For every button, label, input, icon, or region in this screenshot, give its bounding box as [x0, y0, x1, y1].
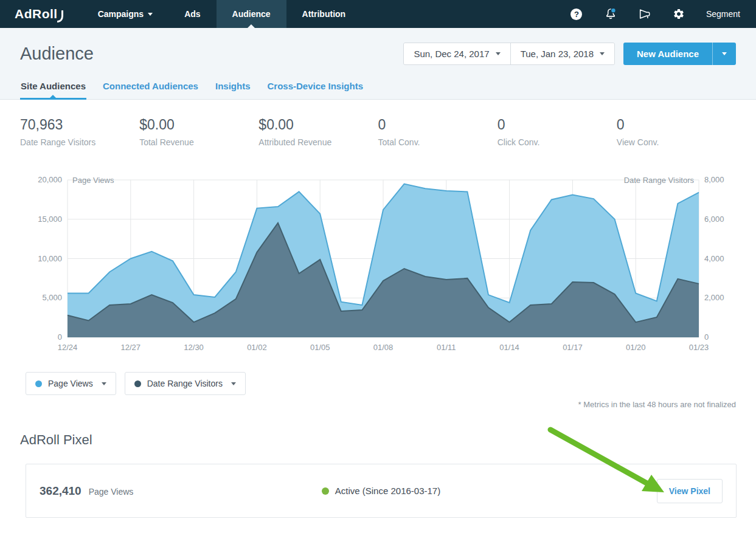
nav-item-audience[interactable]: Audience	[217, 0, 286, 28]
stat-label: Total Conv.	[378, 137, 498, 147]
start-date-value: Sun, Dec 24, 2017	[414, 49, 489, 59]
tab-insights[interactable]: Insights	[215, 76, 251, 99]
end-date-button[interactable]: Tue, Jan 23, 2018	[511, 43, 614, 64]
nav-menu: Campaigns Ads Audience Attribution	[82, 0, 361, 28]
header-controls: Sun, Dec 24, 2017 Tue, Jan 23, 2018 New …	[403, 43, 736, 65]
stat-view-conv: 0 View Conv.	[617, 117, 736, 147]
start-date-button[interactable]: Sun, Dec 24, 2017	[404, 43, 510, 64]
svg-text:8,000: 8,000	[704, 175, 724, 184]
pixel-page-views-label: Page Views	[89, 487, 134, 497]
nav-item-label: Ads	[184, 9, 200, 19]
stat-value: $0.00	[139, 117, 258, 133]
tab-site-audiences[interactable]: Site Audiences	[20, 76, 86, 99]
page-title: Audience	[20, 44, 94, 64]
traffic-chart-section: 005,0002,00010,0004,00015,0006,00020,000…	[23, 173, 734, 357]
nav-item-label: Attribution	[302, 9, 346, 19]
new-audience-split-button: New Audience	[623, 43, 736, 65]
chevron-down-icon	[722, 52, 727, 55]
stat-date-range-visitors: 70,963 Date Range Visitors	[20, 117, 139, 147]
svg-text:01/11: 01/11	[437, 343, 456, 352]
nav-item-campaigns[interactable]: Campaigns	[82, 0, 168, 28]
adroll-logo-swoosh-icon	[57, 10, 64, 23]
stat-value: $0.00	[258, 117, 378, 133]
nav-item-label: Audience	[232, 9, 271, 19]
stat-total-conv: 0 Total Conv.	[378, 117, 498, 147]
svg-text:2,000: 2,000	[704, 293, 724, 302]
svg-text:20,000: 20,000	[38, 175, 62, 184]
navbar-right: ? Segment	[570, 0, 756, 28]
legend-date-range-visitors-dropdown[interactable]: Date Range Visitors	[125, 372, 246, 395]
svg-text:Date Range Visitors: Date Range Visitors	[624, 176, 695, 185]
status-text: Active (Since 2016-03-17)	[335, 486, 440, 496]
chevron-down-icon	[148, 13, 153, 16]
svg-text:12/27: 12/27	[121, 343, 141, 352]
megaphone-icon[interactable]	[638, 7, 651, 21]
svg-text:15,000: 15,000	[38, 215, 62, 224]
pixel-card: 362,410 Page Views Active (Since 2016-03…	[26, 464, 737, 518]
stat-label: Attributed Revenue	[258, 137, 378, 147]
svg-text:12/30: 12/30	[184, 343, 204, 352]
stat-value: 0	[617, 117, 736, 133]
stat-label: Click Conv.	[498, 137, 617, 147]
legend-page-views-dropdown[interactable]: Page Views	[26, 372, 116, 395]
chevron-down-icon	[231, 382, 236, 385]
pixel-status: Active (Since 2016-03-17)	[267, 486, 494, 496]
stat-label: Total Revenue	[139, 137, 258, 147]
chevron-down-icon	[600, 52, 605, 55]
new-audience-button[interactable]: New Audience	[623, 43, 712, 65]
svg-text:01/02: 01/02	[247, 343, 267, 352]
stat-label: Date Range Visitors	[20, 137, 139, 147]
svg-text:01/08: 01/08	[373, 343, 394, 352]
tab-cross-device-insights[interactable]: Cross-Device Insights	[266, 76, 364, 99]
chevron-down-icon	[496, 52, 501, 55]
tab-connected-audiences[interactable]: Connected Audiences	[102, 76, 199, 99]
svg-text:0: 0	[704, 332, 709, 342]
adroll-dashboard: AdRoll Campaigns Ads Audience Attributio…	[0, 0, 756, 547]
legend-label: Page Views	[48, 379, 93, 388]
help-icon[interactable]: ?	[570, 7, 583, 21]
top-navbar: AdRoll Campaigns Ads Audience Attributio…	[0, 0, 756, 28]
chart-legend: Page Views Date Range Visitors	[26, 372, 736, 395]
adroll-logo[interactable]: AdRoll	[0, 0, 82, 28]
page-views-series-dot	[35, 380, 42, 387]
pixel-section-title: AdRoll Pixel	[20, 432, 736, 448]
page-header: Audience Sun, Dec 24, 2017 Tue, Jan 23, …	[0, 28, 756, 100]
svg-text:0: 0	[58, 332, 62, 342]
account-name[interactable]: Segment	[706, 9, 740, 19]
stat-value: 0	[498, 117, 617, 133]
adroll-logo-text: AdRoll	[15, 7, 58, 21]
svg-text:Page Views: Page Views	[72, 176, 114, 185]
stat-label: View Conv.	[617, 137, 736, 147]
stat-value: 70,963	[20, 117, 139, 133]
audience-tabs: Site Audiences Connected Audiences Insig…	[20, 76, 736, 99]
date-range-picker: Sun, Dec 24, 2017 Tue, Jan 23, 2018	[403, 43, 615, 65]
end-date-value: Tue, Jan 23, 2018	[521, 49, 594, 59]
nav-item-label: Campaigns	[98, 9, 144, 19]
svg-text:01/23: 01/23	[689, 343, 709, 352]
gear-icon[interactable]	[672, 7, 685, 21]
traffic-area-chart: 005,0002,00010,0004,00015,0006,00020,000…	[23, 173, 734, 355]
chevron-down-icon	[102, 382, 106, 385]
view-pixel-button[interactable]: View Pixel	[657, 479, 723, 503]
svg-text:10,000: 10,000	[38, 254, 62, 263]
svg-text:01/20: 01/20	[626, 343, 646, 352]
bell-icon[interactable]	[604, 7, 617, 21]
svg-text:01/14: 01/14	[499, 343, 519, 352]
svg-text:5,000: 5,000	[42, 293, 62, 302]
stat-total-revenue: $0.00 Total Revenue	[139, 117, 258, 147]
stat-click-conv: 0 Click Conv.	[498, 117, 617, 147]
new-audience-caret-button[interactable]	[712, 43, 736, 65]
visitors-series-dot	[134, 380, 141, 387]
pixel-page-views: 362,410 Page Views	[40, 484, 267, 498]
nav-item-attribution[interactable]: Attribution	[286, 0, 362, 28]
nav-item-ads[interactable]: Ads	[168, 0, 216, 28]
summary-stats: 70,963 Date Range Visitors $0.00 Total R…	[0, 100, 756, 152]
svg-text:01/05: 01/05	[310, 343, 330, 352]
metrics-footnote: * Metrics in the last 48 hours are not f…	[20, 400, 736, 409]
svg-text:6,000: 6,000	[704, 215, 724, 224]
status-dot	[322, 487, 329, 495]
legend-label: Date Range Visitors	[147, 379, 223, 388]
svg-text:4,000: 4,000	[704, 254, 724, 263]
svg-text:12/24: 12/24	[58, 343, 78, 352]
stat-attributed-revenue: $0.00 Attributed Revenue	[258, 117, 378, 147]
